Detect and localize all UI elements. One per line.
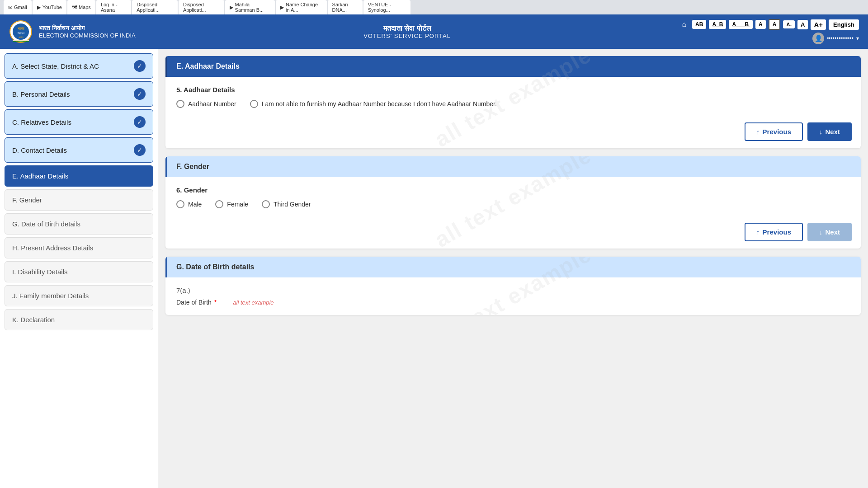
sidebar-item-I[interactable]: I. Disability Details [5,261,153,282]
gender-section-header: F. Gender [165,156,861,177]
tab-sarkari[interactable]: Sarkari DNA... [328,0,363,14]
sidebar-item-E[interactable]: E. Aadhaar Details [5,165,153,187]
browser-bar: ✉ Gmail ▶ YouTube 🗺 Maps Log in - Asana … [0,0,868,14]
user-avatar: 👤 [812,33,824,44]
tab-mahila[interactable]: ▶ Mahila Samman B... [225,0,275,14]
aadhaar-nav-buttons: ↑ Previous ↓ Next [165,117,861,148]
sidebar-label-J: J. Family member Details [12,292,89,300]
gender-section-label: 6. Gender [176,186,850,194]
sidebar-item-K[interactable]: K. Declaration [5,309,153,330]
sidebar-label-C: C. Relatives Details [12,118,71,126]
font-increase-button[interactable]: A+ [811,19,826,30]
aadhaar-next-button[interactable]: ↓ Next [807,122,852,141]
font-a-bold-button[interactable]: A [769,19,781,30]
sidebar-item-A[interactable]: A. Select State, District & AC ✓ [5,53,153,79]
font-ab1-button[interactable]: AB [692,20,706,29]
aadhaar-section-label: 5. Aadhaar Details [176,86,850,94]
portal-title-english: VOTERS' SERVICE PORTAL [363,33,451,39]
svg-rect-7 [13,40,29,41]
content-area: E. Aadhaar Details all text example 5. A… [158,49,868,488]
gender-male-label: Male [188,201,202,208]
tab-asana[interactable]: Log in - Asana [96,0,131,14]
gender-prev-button[interactable]: ↑ Previous [745,223,803,241]
dob-section: G. Date of Birth details all text exampl… [165,257,861,315]
gender-prev-icon: ↑ [756,228,760,236]
user-icon: 👤 [815,35,822,42]
gender-third-label: Third Gender [274,201,311,208]
svg-rect-8 [13,41,29,42]
portal-title-hindi: मतदाता सेवा पोर्टल [363,24,451,33]
sidebar-label-F: F. Gender [12,196,42,204]
sidebar-item-F[interactable]: F. Gender [5,189,153,211]
tab-youtube[interactable]: ▶ YouTube [33,0,66,14]
aadhaar-number-option[interactable]: Aadhaar Number [176,100,236,108]
dob-field-label: Date of Birth [176,299,212,306]
gender-male-option[interactable]: Male [176,200,202,208]
header-center: मतदाता सेवा पोर्टल VOTERS' SERVICE PORTA… [363,24,451,39]
sidebar: A. Select State, District & AC ✓ B. Pers… [0,49,158,488]
gender-nav-buttons: ↑ Previous ↓ Next [165,217,861,249]
tab-gmail[interactable]: ✉ Gmail [4,0,32,14]
aadhaar-section: E. Aadhaar Details all text example 5. A… [165,56,861,148]
font-ab3-button[interactable]: A__B [729,20,753,29]
sidebar-label-A: A. Select State, District & AC [12,62,99,70]
sidebar-label-I: I. Disability Details [12,268,68,276]
gender-prev-label: Previous [763,228,791,236]
sidebar-label-B: B. Personal Details [12,90,70,98]
sidebar-item-J[interactable]: J. Family member Details [5,285,153,306]
aadhaar-next-label: Next [825,128,840,136]
tab-namechange[interactable]: ▶ Name Change in A... [276,0,326,14]
sidebar-item-H[interactable]: H. Present Address Details [5,237,153,258]
tab-maps[interactable]: 🗺 Maps [67,0,95,14]
browser-tabs: ✉ Gmail ▶ YouTube 🗺 Maps Log in - Asana … [4,0,410,14]
gender-header-label: F. Gender [176,163,209,170]
gender-third-radio[interactable] [262,200,270,208]
gender-next-button[interactable]: ↓ Next [807,223,852,241]
check-icon-B: ✓ [134,88,146,100]
gender-section-body: all text example 6. Gender Male Female T… [165,177,861,217]
svg-text:निर्वाचन: निर्वाचन [17,32,25,35]
font-normal-button[interactable]: A [797,20,808,29]
home-button[interactable]: ⌂ [679,19,689,30]
dob-hint: all text example [233,299,274,306]
language-button[interactable]: English [829,19,859,30]
gender-female-label: Female [227,201,248,208]
header-tools: ⌂ AB A_B A__B A A A- A A+ English [679,19,859,30]
tab-ventue[interactable]: VENTUE - Synolog... [363,0,410,14]
aadhaar-number-radio[interactable] [176,100,184,108]
user-dropdown-icon[interactable]: ▾ [856,35,859,42]
dob-header-label: G. Date of Birth details [176,263,254,271]
header: भारत निर्वाचन आयोग भारत निर्वाचन आयोग EL… [0,14,868,49]
sidebar-item-D[interactable]: D. Contact Details ✓ [5,137,153,163]
font-decrease-button[interactable]: A- [783,20,795,28]
sidebar-item-C[interactable]: C. Relatives Details ✓ [5,109,153,135]
check-icon-A: ✓ [134,60,146,72]
aadhaar-notavail-label: I am not able to furnish my Aadhaar Numb… [262,100,497,108]
aadhaar-notavail-radio[interactable] [250,100,258,108]
dob-section-header: G. Date of Birth details [165,257,861,277]
tab-disposed1[interactable]: Disposed Applicati... [132,0,178,14]
tab-disposed2[interactable]: Disposed Applicati... [179,0,224,14]
svg-text:भारत: भारत [18,27,24,31]
aadhaar-prev-icon: ↑ [756,128,760,136]
aadhaar-notavail-option[interactable]: I am not able to furnish my Aadhaar Numb… [250,100,497,108]
font-ab2-button[interactable]: A_B [709,20,726,29]
aadhaar-number-label: Aadhaar Number [188,100,236,108]
header-title-hindi: भारत निर्वाचन आयोग [39,24,136,32]
sidebar-item-B[interactable]: B. Personal Details ✓ [5,81,153,107]
aadhaar-prev-button[interactable]: ↑ Previous [745,122,803,141]
sidebar-item-G[interactable]: G. Date of Birth details [5,213,153,235]
svg-rect-6 [13,40,29,40]
aadhaar-prev-label: Previous [763,128,791,136]
font-a-button[interactable]: A [755,20,766,29]
gender-female-radio[interactable] [215,200,223,208]
gender-next-icon: ↓ [819,228,823,236]
gender-third-option[interactable]: Third Gender [262,200,311,208]
gender-male-radio[interactable] [176,200,184,208]
dob-required-mark: * [214,299,217,306]
aadhaar-radio-row: Aadhaar Number I am not able to furnish … [176,100,850,108]
check-icon-C: ✓ [134,116,146,128]
header-right: ⌂ AB A_B A__B A A A- A A+ English 👤 ••••… [679,19,859,44]
gender-female-option[interactable]: Female [215,200,248,208]
svg-text:आयोग: आयोग [19,36,24,38]
